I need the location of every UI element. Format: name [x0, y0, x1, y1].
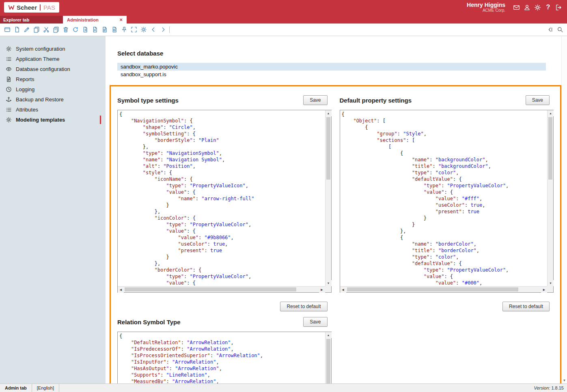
user-info: Henry Higgins ACME Corp.: [467, 2, 505, 13]
scheer-pas-logo: Scheer PAS: [4, 2, 59, 13]
gear-icon: [6, 117, 12, 123]
snapshot-icon[interactable]: [111, 26, 118, 33]
gear-icon: [6, 46, 12, 52]
relation-symbol-type-title: Relation Symbol Type: [117, 319, 181, 326]
scroll-left-icon[interactable]: [340, 287, 346, 293]
status-bar: Admin tab [English] Version: 1.8.15: [0, 383, 567, 392]
report-icon: [6, 76, 12, 83]
back-icon[interactable]: [150, 26, 157, 33]
fit-screen-icon[interactable]: [130, 26, 137, 33]
default-property-editor[interactable]: { "Object": [ { "group": "Style", "secti…: [340, 110, 554, 293]
scroll-up-icon[interactable]: [548, 110, 554, 116]
save-relation-symbol-button[interactable]: Save: [303, 317, 327, 327]
edit-icon[interactable]: [23, 26, 30, 33]
sidebar-item-database-configuration[interactable]: Database configuration: [0, 64, 106, 74]
vertical-scrollbar[interactable]: [325, 332, 331, 383]
symbol-type-column: Symbol type settings Save { "NavigationS…: [117, 92, 332, 383]
reset-default-property-button[interactable]: Reset to default: [502, 302, 550, 311]
vertical-scrollbar[interactable]: [547, 110, 553, 286]
window-scrollbar[interactable]: [561, 36, 567, 383]
app-window: Scheer PAS Henry Higgins ACME Corp. ? Ex…: [0, 0, 567, 392]
scheer-logo-mark: [8, 4, 15, 11]
download-icon[interactable]: [91, 26, 98, 33]
help-icon[interactable]: ?: [544, 3, 552, 12]
code-area[interactable]: { "Object": [ { "group": "Style", "secti…: [340, 110, 548, 286]
main-body: System configuration Application Theme D…: [0, 36, 567, 383]
sidebar-item-reports[interactable]: Reports: [0, 74, 106, 84]
save-symbol-type-button[interactable]: Save: [303, 95, 327, 105]
forward-icon[interactable]: [160, 26, 166, 33]
gear-icon[interactable]: [140, 26, 147, 33]
scroll-right-icon[interactable]: [319, 287, 325, 293]
sidebar-item-label: Reports: [16, 76, 34, 82]
scroll-down-icon[interactable]: [548, 280, 554, 286]
version-label: Version: 1.8.15: [534, 384, 567, 392]
delete-icon[interactable]: [62, 26, 69, 33]
select-database-title: Select database: [117, 50, 561, 57]
scrollbar-thumb[interactable]: [326, 339, 330, 383]
new-tab-icon[interactable]: [4, 26, 11, 33]
default-property-column: Default property settings Save { "Object…: [340, 92, 554, 383]
scroll-up-icon[interactable]: [326, 332, 332, 338]
sidebar-item-label: Application Theme: [16, 56, 59, 62]
admin-sidebar: System configuration Application Theme D…: [0, 36, 106, 383]
scrollbar-thumb[interactable]: [347, 287, 519, 291]
tab-administration[interactable]: Administration ×: [63, 16, 127, 24]
sidebar-item-logging[interactable]: Logging: [0, 84, 106, 94]
scroll-down-icon[interactable]: [326, 280, 332, 286]
sidebar-item-label: Database configuration: [16, 66, 70, 72]
status-admin-tab[interactable]: Admin tab: [0, 384, 32, 392]
database-row[interactable]: sandbox_support.is: [117, 71, 546, 78]
pin-icon[interactable]: [121, 26, 127, 33]
close-icon[interactable]: ×: [119, 17, 123, 23]
new-document-icon[interactable]: [13, 26, 20, 33]
scrollbar-thumb[interactable]: [125, 287, 296, 291]
sidebar-item-application-theme[interactable]: Application Theme: [0, 54, 106, 64]
relation-symbol-editor[interactable]: { "DefaultRelation": "ArrowRelation", "I…: [117, 332, 332, 383]
scroll-left-icon[interactable]: [118, 287, 124, 293]
sidebar-item-label: Modeling templates: [16, 117, 65, 123]
toolbar-right: [547, 26, 563, 33]
reset-symbol-type-button[interactable]: Reset to default: [280, 302, 327, 311]
tab-explorer-label: Explorer tab: [3, 17, 29, 22]
toolbar: [0, 24, 567, 36]
tab-explorer[interactable]: Explorer tab: [0, 16, 63, 24]
scroll-up-icon[interactable]: [326, 110, 332, 116]
cut-icon[interactable]: [43, 26, 50, 33]
sidebar-item-backup-and-restore[interactable]: Backup and Restore: [0, 94, 106, 105]
copy-icon[interactable]: [33, 26, 40, 33]
gear-icon[interactable]: [533, 3, 542, 12]
sidebar-item-label: Backup and Restore: [16, 96, 64, 103]
database-row-selected[interactable]: sandbox_marko.popovic: [117, 63, 546, 71]
vertical-scrollbar[interactable]: [325, 110, 331, 286]
scroll-down-icon[interactable]: [562, 379, 567, 382]
sidebar-item-modeling-templates[interactable]: Modeling templates: [0, 115, 106, 125]
refresh-icon[interactable]: [72, 26, 79, 33]
logout-icon[interactable]: [554, 3, 563, 12]
status-language[interactable]: [English]: [32, 384, 59, 392]
scroll-right-icon[interactable]: [541, 287, 547, 293]
modeling-templates-panel: Symbol type settings Save { "NavigationS…: [110, 85, 561, 383]
save-default-property-button[interactable]: Save: [526, 95, 550, 105]
symbol-type-editor[interactable]: { "NavigationSymbol": { "shape": "Circle…: [117, 110, 332, 293]
code-area[interactable]: { "NavigationSymbol": { "shape": "Circle…: [118, 110, 325, 286]
user-name: Henry Higgins: [467, 2, 505, 8]
report-icon[interactable]: [101, 26, 108, 33]
export-icon[interactable]: [82, 26, 88, 33]
scrollbar-thumb[interactable]: [548, 117, 552, 180]
horizontal-scrollbar[interactable]: [118, 286, 325, 292]
sidebar-item-system-configuration[interactable]: System configuration: [0, 44, 106, 54]
scrollbar-thumb[interactable]: [326, 117, 330, 180]
brand-name: Scheer: [17, 4, 37, 11]
eye-icon: [6, 66, 12, 73]
search-icon[interactable]: [556, 26, 563, 33]
inbox-icon[interactable]: [512, 3, 521, 12]
collapse-sidebar-icon[interactable]: [547, 26, 554, 33]
paste-icon[interactable]: [52, 26, 59, 33]
user-icon[interactable]: [523, 3, 531, 12]
horizontal-scrollbar[interactable]: [340, 286, 548, 292]
code-area[interactable]: { "DefaultRelation": "ArrowRelation", "I…: [118, 332, 325, 383]
database-list: sandbox_marko.popovic sandbox_support.is: [117, 63, 546, 78]
sidebar-item-attributes[interactable]: Attributes: [0, 105, 106, 115]
list-icon: [6, 107, 12, 113]
